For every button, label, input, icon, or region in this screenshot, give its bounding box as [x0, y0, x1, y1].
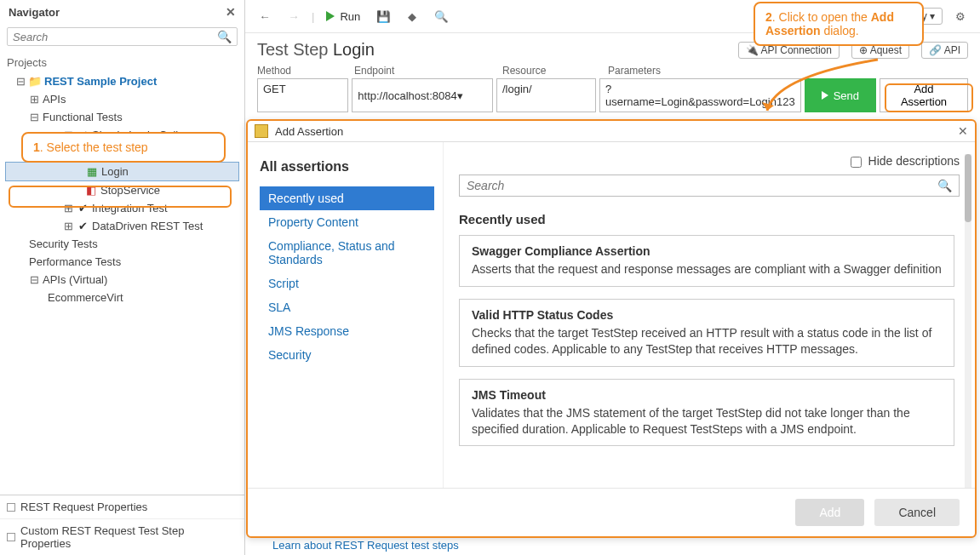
search-input[interactable] [13, 31, 217, 43]
expand-icon[interactable]: ⊞ [63, 202, 73, 215]
project-node[interactable]: ⊟ 📁 REST Sample Project [0, 72, 244, 90]
assertion-desc: Validates that the JMS statement of the … [472, 405, 942, 438]
hide-descriptions[interactable]: Hide descriptions [459, 154, 960, 175]
add-button[interactable]: Add [795, 499, 864, 526]
api-button[interactable]: 🔗 API [921, 42, 968, 59]
save-button[interactable]: 💾 [372, 5, 394, 27]
dialog-titlebar: Add Assertion ✕ [248, 121, 975, 142]
params-label: Parameters [608, 65, 968, 77]
integration-node[interactable]: ⊞ ✔ Integration Test [0, 199, 244, 217]
assertion-card[interactable]: JMS TimeoutValidates that the JMS statem… [459, 379, 954, 447]
integration-label: Integration Test [92, 202, 168, 215]
collapse-icon[interactable]: ⊟ [29, 273, 39, 286]
apis-label: APIs [43, 93, 66, 106]
category-item[interactable]: Recently used [260, 186, 434, 210]
assertion-list[interactable]: Swagger Compliance AssertionAsserts that… [459, 235, 960, 488]
resource-label: Resource [502, 65, 605, 77]
step-login[interactable]: ▦ Login [5, 162, 239, 181]
method-field[interactable]: GET [257, 78, 348, 112]
step-stop-label: StopService [100, 184, 160, 197]
search-toolbar-button[interactable]: 🔍 [430, 5, 452, 27]
callout-step1: 1. Select the test step [21, 132, 226, 163]
dialog-footer: Add Cancel [248, 488, 975, 536]
forward-button[interactable]: → [283, 5, 305, 27]
navigator-title: Navigator [9, 6, 60, 19]
endpoint-label: Endpoint [354, 65, 499, 77]
diamond-icon[interactable]: ◆ [401, 5, 423, 27]
security-tests-node[interactable]: Security Tests [0, 235, 244, 253]
chevron-down-icon[interactable]: ▾ [457, 89, 487, 102]
rest-properties-tab[interactable]: REST Request Properties [0, 495, 244, 518]
navigator-search[interactable]: 🔍 [7, 27, 238, 46]
params-field[interactable]: ?username=Login&password=Login123 [599, 78, 801, 112]
functional-label: Functional Tests [43, 111, 123, 123]
datadriven-label: DataDriven REST Test [92, 220, 203, 232]
assertion-title: Swagger Compliance Assertion [472, 244, 942, 258]
gear-icon[interactable]: ⚙ [949, 5, 971, 27]
category-item[interactable]: Security [260, 343, 434, 367]
properties-panels: REST Request Properties Custom REST Requ… [0, 495, 244, 555]
ecommerce-node[interactable]: EcommerceVirt [0, 289, 244, 306]
assertion-categories: All assertions Recently usedProperty Con… [248, 142, 444, 488]
expand-icon [7, 503, 15, 512]
search-icon[interactable]: 🔍 [217, 30, 232, 43]
virtual-apis-node[interactable]: ⊟ APIs (Virtual) [0, 271, 244, 289]
callout2-post: dialog. [821, 24, 859, 37]
resource-field[interactable]: /login/ [496, 78, 596, 112]
callout2-pre: . Click to open the [772, 10, 871, 24]
send-button[interactable]: Send [805, 78, 876, 112]
close-icon[interactable]: ✕ [958, 124, 968, 138]
expand-icon[interactable]: ⊞ [63, 220, 73, 232]
datadriven-node[interactable]: ⊞ ✔ DataDriven REST Test [0, 217, 244, 235]
dialog-title: Add Assertion [275, 125, 343, 138]
step-stop[interactable]: ◧ StopService [0, 181, 244, 199]
functional-tests-node[interactable]: ⊟ Functional Tests [0, 108, 244, 126]
custom-rest-properties-tab[interactable]: Custom REST Request Test Step Properties [0, 518, 244, 555]
category-item[interactable]: JMS Response [260, 319, 434, 343]
hide-desc-checkbox[interactable] [851, 157, 862, 168]
assertion-title: Valid HTTP Status Codes [472, 308, 942, 322]
security-label: Security Tests [29, 237, 98, 250]
performance-tests-node[interactable]: Performance Tests [0, 253, 244, 271]
category-item[interactable]: SLA [260, 295, 434, 319]
expand-icon[interactable]: ⊞ [29, 93, 39, 106]
play-icon [822, 91, 828, 100]
rest-props-label: REST Request Properties [20, 501, 147, 513]
assertion-desc: Checks that the target TestStep received… [472, 325, 942, 358]
assertion-card[interactable]: Valid HTTP Status CodesChecks that the t… [459, 299, 954, 367]
collapse-icon[interactable]: ⊟ [15, 75, 26, 88]
cancel-button[interactable]: Cancel [874, 499, 960, 526]
check-icon: ✔ [77, 220, 89, 232]
run-button[interactable]: Run [321, 9, 365, 25]
request-row: GET http://localhost:8084▾ /login/ ?user… [257, 78, 968, 112]
assertion-search-input[interactable] [467, 179, 937, 192]
assertion-desc: Asserts that the request and response me… [472, 261, 942, 278]
test-step-header: Test Step Login 🔌 API Connection ⊕ Aques… [245, 33, 980, 121]
navigator-header: Navigator ✕ [0, 0, 244, 24]
assertion-card[interactable]: Swagger Compliance AssertionAsserts that… [459, 235, 954, 287]
category-item[interactable]: Script [260, 272, 434, 295]
endpoint-field[interactable]: http://localhost:8084▾ [352, 78, 493, 112]
service-icon: ◧ [85, 185, 97, 197]
title-name: Login [333, 40, 375, 59]
request-icon: ▦ [86, 166, 98, 178]
apis-node[interactable]: ⊞ APIs [0, 90, 244, 108]
add-assertion-button[interactable]: Add Assertion [880, 78, 968, 112]
dialog-icon [255, 124, 268, 138]
ecommerce-label: EcommerceVirt [48, 291, 123, 304]
collapse-icon[interactable]: ⊟ [29, 111, 39, 123]
method-label: Method [257, 65, 351, 77]
check-icon: ✔ [77, 203, 89, 215]
scroll-thumb[interactable] [965, 154, 971, 222]
search-icon[interactable]: 🔍 [937, 179, 952, 192]
close-icon[interactable]: ✕ [226, 5, 236, 19]
learn-link[interactable]: Learn about REST Request test steps [272, 539, 459, 552]
assertion-search[interactable]: 🔍 [459, 175, 960, 197]
navigator-panel: Navigator ✕ 🔍 Projects ⊟ 📁 REST Sample P… [0, 0, 245, 555]
category-item[interactable]: Property Content [260, 210, 434, 234]
scrollbar[interactable] [965, 154, 971, 488]
category-item[interactable]: Compliance, Status and Standards [260, 234, 434, 272]
request-labels: Method Endpoint Resource Parameters [257, 65, 968, 77]
back-button[interactable]: ← [254, 5, 276, 27]
hide-desc-label: Hide descriptions [868, 154, 960, 168]
